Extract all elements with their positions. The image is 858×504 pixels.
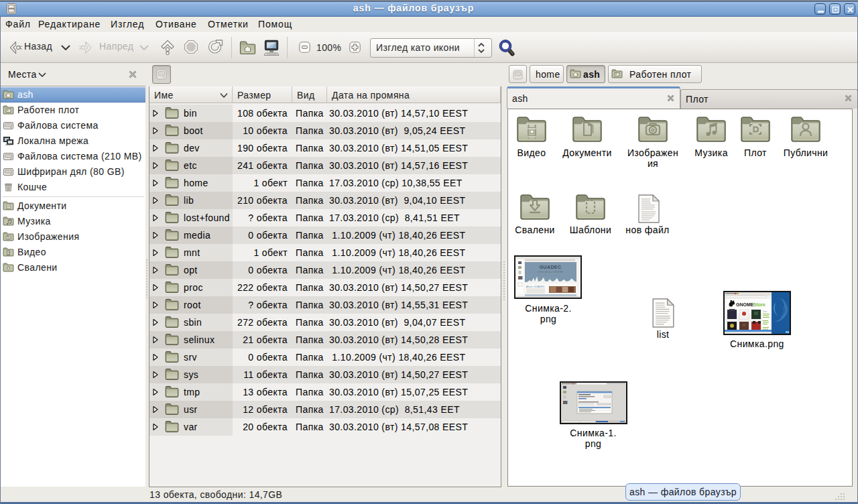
svg-text:GNOME: GNOME: [736, 302, 754, 307]
svg-text:Store: Store: [753, 302, 765, 307]
svg-text:About GUADEC: About GUADEC: [526, 286, 545, 288]
svg-text:Cart: Cart: [763, 310, 768, 313]
svg-text:GUADEC: GUADEC: [540, 265, 562, 269]
svg-text:зththe Annual GNOME: зththe Annual GNOME: [538, 271, 563, 273]
